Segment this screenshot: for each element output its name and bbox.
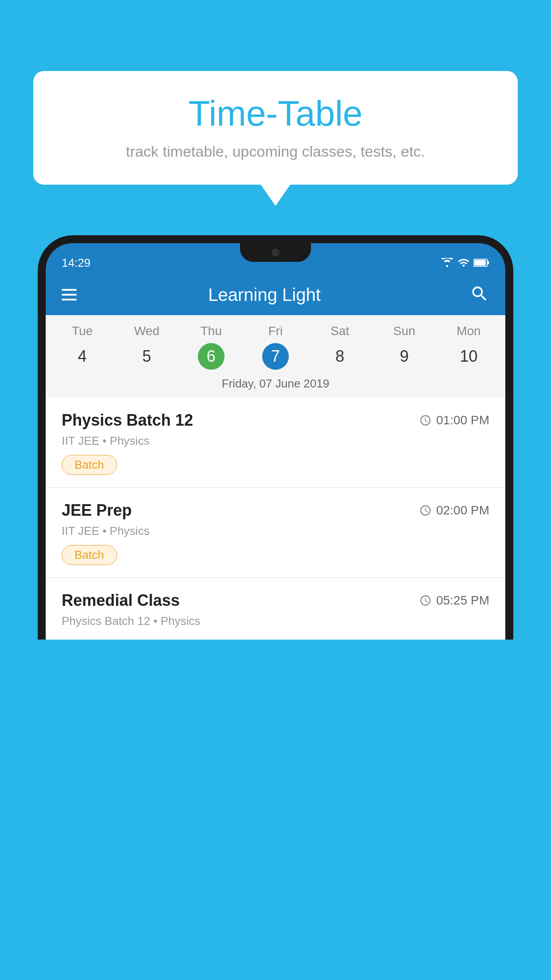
schedule-list: Physics Batch 1201:00 PMIIT JEE • Physic… — [46, 398, 505, 640]
phone-outer: 14:29 — [38, 235, 513, 640]
bubble-subtitle: track timetable, upcoming classes, tests… — [60, 143, 491, 160]
day-header-tue: Tue — [50, 324, 114, 338]
schedule-item-header-1: JEE Prep02:00 PM — [62, 501, 489, 520]
phone-mockup: 14:29 — [38, 235, 513, 980]
schedule-title-1: JEE Prep — [62, 501, 132, 520]
day-header-wed: Wed — [114, 324, 179, 338]
day-number-10[interactable]: 10 — [437, 343, 501, 370]
status-time: 14:29 — [62, 256, 91, 270]
day-headers: TueWedThuFriSatSunMon — [46, 315, 505, 340]
svg-rect-1 — [488, 261, 489, 264]
search-button[interactable] — [470, 284, 489, 305]
clock-icon — [419, 414, 432, 427]
schedule-time-2: 05:25 PM — [419, 593, 489, 608]
schedule-item-header-2: Remedial Class05:25 PM — [62, 591, 489, 610]
schedule-sub-1: IIT JEE • Physics — [62, 524, 489, 538]
signal-icon — [457, 257, 470, 269]
calendar-strip: TueWedThuFriSatSunMon 45678910 Friday, 0… — [46, 315, 505, 398]
app-header: Learning Light — [46, 274, 505, 315]
day-header-sat: Sat — [308, 324, 372, 338]
selected-date-label: Friday, 07 June 2019 — [46, 377, 505, 398]
day-header-sun: Sun — [372, 324, 437, 338]
schedule-item-header-0: Physics Batch 1201:00 PM — [62, 411, 489, 430]
phone-notch — [240, 243, 311, 262]
schedule-item-0[interactable]: Physics Batch 1201:00 PMIIT JEE • Physic… — [46, 398, 505, 488]
schedule-time-0: 01:00 PM — [419, 413, 489, 427]
day-header-fri: Fri — [243, 324, 307, 338]
camera — [272, 249, 279, 257]
batch-tag-1: Batch — [62, 545, 117, 565]
day-number-5[interactable]: 5 — [114, 343, 179, 370]
day-number-8[interactable]: 8 — [308, 343, 372, 370]
day-numbers: 45678910 — [46, 340, 505, 377]
schedule-title-0: Physics Batch 12 — [62, 411, 193, 430]
schedule-item-2[interactable]: Remedial Class05:25 PMPhysics Batch 12 •… — [46, 578, 505, 640]
clock-icon — [419, 594, 432, 607]
battery-icon — [473, 258, 489, 268]
speech-bubble: Time-Table track timetable, upcoming cla… — [33, 71, 518, 185]
schedule-title-2: Remedial Class — [62, 591, 180, 610]
batch-tag-0: Batch — [62, 455, 117, 475]
day-number-4[interactable]: 4 — [50, 343, 114, 370]
day-number-9[interactable]: 9 — [372, 343, 437, 370]
schedule-time-1: 02:00 PM — [419, 503, 489, 518]
day-number-6[interactable]: 6 — [179, 343, 243, 370]
wifi-icon — [441, 258, 454, 268]
day-header-thu: Thu — [179, 324, 243, 338]
day-number-7[interactable]: 7 — [243, 343, 307, 370]
clock-icon — [419, 504, 432, 517]
schedule-item-1[interactable]: JEE Prep02:00 PMIIT JEE • PhysicsBatch — [46, 488, 505, 578]
status-icons — [441, 257, 489, 269]
schedule-sub-0: IIT JEE • Physics — [62, 434, 489, 448]
bubble-title: Time-Table — [60, 93, 491, 134]
app-title: Learning Light — [72, 285, 457, 305]
status-bar: 14:29 — [46, 243, 505, 274]
schedule-sub-2: Physics Batch 12 • Physics — [62, 614, 489, 628]
day-header-mon: Mon — [437, 324, 501, 338]
speech-bubble-container: Time-Table track timetable, upcoming cla… — [33, 71, 518, 185]
svg-rect-2 — [474, 260, 486, 266]
